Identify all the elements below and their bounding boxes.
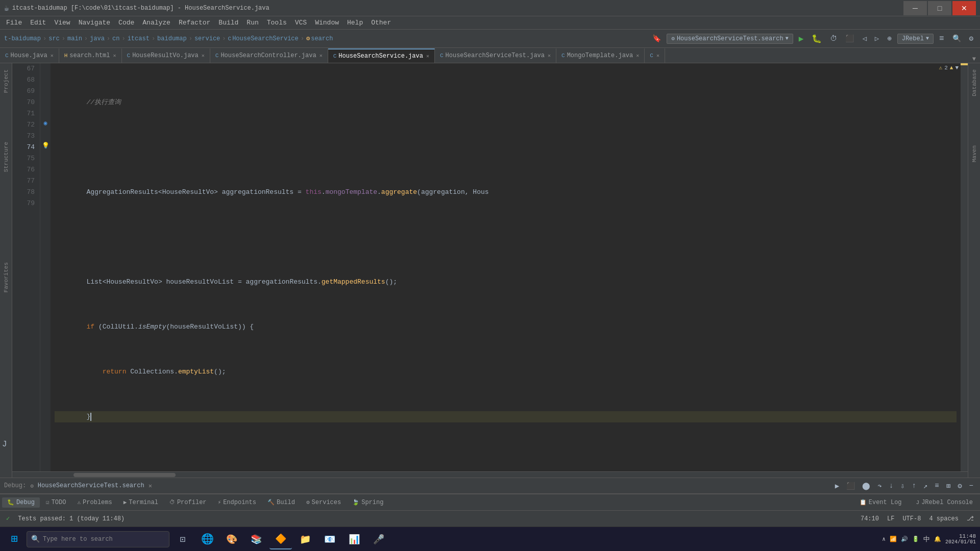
- run-button[interactable]: ▶: [796, 33, 806, 45]
- debug-session-close[interactable]: ✕: [149, 482, 152, 490]
- breadcrumb-java[interactable]: java: [90, 35, 105, 42]
- warning-down-icon[interactable]: ▼: [955, 65, 959, 71]
- breadcrumb-service[interactable]: service: [194, 35, 220, 42]
- menu-file[interactable]: File: [2, 18, 26, 28]
- indent-label[interactable]: 4 spaces: [929, 515, 959, 522]
- debug-stop-button[interactable]: ⬛: [844, 481, 857, 491]
- menu-navigate[interactable]: Navigate: [75, 18, 114, 28]
- cursor-position[interactable]: 74:10: [861, 515, 879, 522]
- taskbar-paint[interactable]: 🎨: [220, 529, 243, 549]
- volume-icon[interactable]: 🔊: [901, 536, 908, 542]
- taskbar-app3[interactable]: 📚: [245, 529, 267, 549]
- debug-panel-close-icon[interactable]: −: [967, 481, 976, 491]
- bottom-tab-services[interactable]: ⚙ Services: [301, 497, 346, 508]
- menu-help[interactable]: Help: [343, 18, 367, 28]
- menu-view[interactable]: View: [50, 18, 74, 28]
- line-ending[interactable]: LF: [887, 515, 894, 522]
- taskbar-clock[interactable]: 11:48 2024/01/01: [945, 533, 976, 545]
- run-config-selector[interactable]: ⚙ HouseSearchServiceTest.search ▼: [667, 34, 793, 44]
- nav-settings-icon[interactable]: ⚙: [967, 33, 976, 44]
- debug-step-out-button[interactable]: ↑: [909, 481, 918, 491]
- menu-code[interactable]: Code: [114, 18, 138, 28]
- nav-bookmark-icon[interactable]: 🔖: [650, 33, 664, 44]
- tab-close-icon[interactable]: ✕: [320, 53, 323, 59]
- tab-close-icon[interactable]: ✕: [202, 53, 205, 59]
- code-line-72[interactable]: if (CollUtil.isEmpty(houseResultVoList))…: [55, 321, 957, 333]
- gutter-bookmark-72[interactable]: ◉: [41, 119, 50, 127]
- debug-frames-button[interactable]: ⊞: [944, 481, 953, 491]
- tab-house-search-controller[interactable]: C HouseSearchController.java ✕: [210, 48, 328, 63]
- debug-button[interactable]: 🐛: [809, 33, 824, 45]
- tab-close-icon[interactable]: ✕: [548, 53, 551, 59]
- tab-close-icon[interactable]: ✕: [656, 53, 659, 59]
- debug-resume-button[interactable]: ▶: [832, 481, 842, 491]
- title-bar-controls[interactable]: ─ □ ✕: [903, 1, 976, 15]
- tab-house-search-service-test[interactable]: C HouseSearchServiceTest.java ✕: [435, 48, 556, 63]
- menu-other[interactable]: Other: [367, 18, 395, 28]
- tab-mongo-template[interactable]: C MongoTemplate.java ✕: [556, 48, 645, 63]
- bottom-tab-spring[interactable]: 🍃 Spring: [347, 497, 388, 508]
- taskbar-task-view[interactable]: ⊡: [172, 529, 194, 549]
- battery-icon[interactable]: 🔋: [912, 536, 919, 542]
- breadcrumb-method[interactable]: search: [311, 35, 333, 42]
- taskbar-explorer[interactable]: 📁: [294, 529, 316, 549]
- jrebel-left-icon[interactable]: J: [2, 440, 7, 449]
- minimize-button[interactable]: ─: [903, 1, 927, 15]
- network-icon[interactable]: 📶: [890, 536, 897, 542]
- debug-step-into-button[interactable]: ↓: [887, 481, 896, 491]
- tab-house-result-vo[interactable]: C HouseResultVo.java ✕: [122, 48, 210, 63]
- breadcrumb-main[interactable]: main: [67, 35, 82, 42]
- taskbar-app5[interactable]: 📧: [318, 529, 341, 549]
- maven-panel-label[interactable]: Maven: [970, 143, 978, 164]
- menu-analyze[interactable]: Analyze: [138, 18, 175, 28]
- bottom-tab-terminal[interactable]: ▶ Terminal: [118, 497, 163, 508]
- taskbar-powerpoint[interactable]: 📊: [343, 529, 365, 549]
- favorites-panel-label[interactable]: Favorites: [2, 260, 10, 294]
- jrebel-selector[interactable]: JRebel ▼: [897, 34, 934, 44]
- bottom-tab-profiler[interactable]: ⏱ Profiler: [164, 497, 212, 508]
- taskbar-edge[interactable]: 🌐: [196, 529, 218, 549]
- code-line-71[interactable]: List<HouseResultVo> houseResultVoList = …: [55, 277, 957, 288]
- menu-window[interactable]: Window: [311, 18, 343, 28]
- debug-step-over-button[interactable]: ↷: [875, 481, 884, 491]
- structure-panel-label[interactable]: Structure: [2, 140, 10, 174]
- debug-settings-icon[interactable]: ⚙: [955, 481, 964, 491]
- breadcrumb-project[interactable]: t-baidumap: [4, 35, 41, 42]
- tab-close-icon[interactable]: ✕: [113, 53, 116, 59]
- debug-force-step-into-button[interactable]: ⇩: [898, 481, 907, 491]
- tab-close-icon[interactable]: ✕: [636, 53, 639, 59]
- database-panel-label[interactable]: Database: [970, 67, 978, 98]
- bottom-tab-endpoints[interactable]: ⚡ Endpoints: [213, 497, 261, 508]
- menu-run[interactable]: Run: [242, 18, 262, 28]
- horizontal-scrollbar[interactable]: [12, 471, 968, 478]
- code-line-70[interactable]: [55, 232, 957, 243]
- bottom-tab-build[interactable]: 🔨 Build: [262, 497, 300, 508]
- tab-house-java[interactable]: C House.java ✕: [0, 48, 59, 63]
- menu-vcs[interactable]: VCS: [291, 18, 311, 28]
- nav-search-icon[interactable]: 🔍: [950, 33, 964, 44]
- bottom-tab-jrebel-console[interactable]: J JRebel Console: [911, 497, 978, 508]
- menu-edit[interactable]: Edit: [26, 18, 50, 28]
- warning-up-icon[interactable]: ▲: [950, 65, 953, 71]
- ime-icon[interactable]: 中: [923, 535, 930, 544]
- debug-evaluate-button[interactable]: ≡: [932, 481, 941, 491]
- tab-house-search-service[interactable]: C HouseSearchService.java ✕: [328, 48, 435, 63]
- nav-history-icon[interactable]: ⊕: [885, 33, 894, 44]
- taskbar-app7[interactable]: 🎤: [368, 529, 390, 549]
- taskbar-search[interactable]: 🔍 Type here to search: [27, 531, 169, 547]
- code-line-68[interactable]: [55, 142, 957, 153]
- breadcrumb-itcast[interactable]: itcast: [128, 35, 150, 42]
- tab-close-icon[interactable]: ✕: [51, 53, 54, 59]
- tab-search-html[interactable]: H search.html ✕: [59, 48, 122, 63]
- project-panel-label[interactable]: Project: [2, 67, 10, 95]
- tab-extra[interactable]: C ✕: [645, 48, 665, 63]
- run-with-coverage-button[interactable]: ⏱: [827, 34, 840, 44]
- breadcrumb-baidumap[interactable]: baidumap: [157, 35, 187, 42]
- code-line-69[interactable]: AggregationResults<HouseResultVo> aggreg…: [55, 187, 957, 198]
- menu-refactor[interactable]: Refactor: [175, 18, 214, 28]
- stop-button[interactable]: ⬛: [843, 33, 856, 44]
- nav-extra-icon[interactable]: ≡: [937, 33, 947, 44]
- breadcrumb-src[interactable]: src: [48, 35, 60, 42]
- tab-close-icon[interactable]: ✕: [426, 53, 429, 59]
- close-button[interactable]: ✕: [952, 1, 976, 15]
